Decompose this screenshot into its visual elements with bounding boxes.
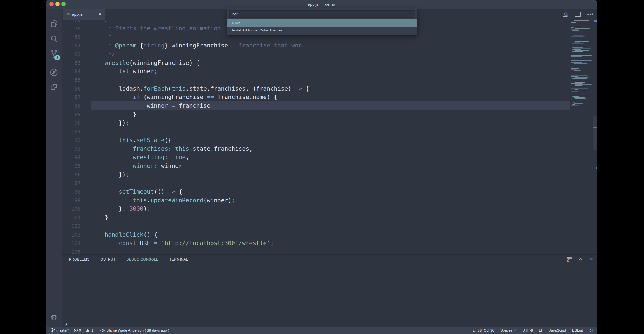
panel-tab-problems[interactable]: PROBLEMS bbox=[69, 257, 89, 261]
warning-count[interactable]: 1 bbox=[86, 328, 94, 332]
minimap[interactable] bbox=[570, 20, 593, 254]
debug-disabled-icon[interactable] bbox=[46, 68, 62, 77]
minimap-line bbox=[571, 83, 583, 84]
tab-appjs[interactable]: JS app.js ✕ bbox=[63, 9, 105, 20]
indent-guide bbox=[91, 248, 91, 254]
more-actions-icon[interactable]: ••• bbox=[587, 11, 594, 17]
code-line[interactable]: 95 winner: winner bbox=[62, 162, 597, 170]
line-number: 82 bbox=[62, 50, 81, 59]
minimap-line bbox=[571, 62, 582, 63]
minimap-line bbox=[572, 26, 578, 26]
code-line[interactable]: 93 franchises: this.state.franchises, bbox=[62, 144, 597, 153]
quick-input-field[interactable]: nor bbox=[229, 10, 415, 18]
code-line[interactable]: 104 const URL = 'http://localhost:3001/w… bbox=[62, 239, 597, 248]
code-line[interactable]: 89 } bbox=[62, 110, 597, 119]
code-line[interactable]: 99 this.updateWinRecord(winner); bbox=[62, 196, 597, 205]
minimap-line bbox=[571, 73, 584, 73]
debug-console-input-divider bbox=[64, 321, 594, 321]
code-line[interactable]: 101 } bbox=[62, 213, 597, 222]
code-text: } bbox=[91, 213, 108, 222]
scrollbar-thumb[interactable] bbox=[593, 116, 597, 150]
open-changes-icon[interactable] bbox=[562, 11, 569, 17]
text-cursor bbox=[238, 12, 239, 16]
minimap-line bbox=[571, 79, 584, 79]
maximize-panel-icon[interactable] bbox=[578, 258, 583, 261]
code-line[interactable]: 88 winner = franchise; bbox=[62, 101, 597, 110]
language-mode[interactable]: JavaScript bbox=[549, 328, 566, 332]
code-line[interactable]: 100 }, 3000); bbox=[62, 204, 597, 213]
code-line[interactable]: 105 bbox=[62, 248, 597, 254]
code-line[interactable]: 91 bbox=[62, 127, 597, 136]
minimap-line bbox=[571, 56, 582, 57]
code-line[interactable]: 92 this.setState({ bbox=[62, 136, 597, 144]
code-text: if (winningFranchise == franchise.name) … bbox=[91, 93, 277, 101]
panel-tab-output[interactable]: OUTPUT bbox=[100, 257, 115, 261]
overview-ruler-modified-marker bbox=[596, 167, 597, 169]
git-branch-status[interactable]: master* bbox=[51, 328, 69, 333]
explorer-icon[interactable] bbox=[46, 20, 62, 29]
minimap-line bbox=[571, 68, 585, 68]
panel-tab-terminal[interactable]: TERMINAL bbox=[169, 257, 188, 261]
code-line[interactable]: 85 bbox=[62, 76, 597, 84]
indentation-setting[interactable]: Spaces: 4 bbox=[500, 328, 517, 332]
code-line[interactable]: 90 }); bbox=[62, 118, 597, 127]
gitlens-blame[interactable]: Blame Wade Anderson ( 38 days ago ) bbox=[100, 328, 169, 332]
code-line[interactable]: 96 }); bbox=[62, 170, 597, 179]
code-line[interactable]: 98 setTimeout(() => { bbox=[62, 187, 597, 196]
code-line[interactable]: 81 * @param {string} winningFranchise - … bbox=[62, 41, 597, 50]
line-number: 91 bbox=[62, 127, 81, 136]
minimap-line bbox=[575, 89, 578, 90]
code-text: this.setState({ bbox=[91, 136, 172, 144]
line-number: 86 bbox=[62, 84, 81, 93]
extensions-icon[interactable] bbox=[46, 83, 62, 92]
indent-guide bbox=[105, 179, 105, 187]
error-count[interactable]: 0 bbox=[74, 328, 81, 332]
quick-input-item[interactable]: Install Additional Color Themes... bbox=[227, 27, 417, 34]
indent-guide bbox=[91, 76, 91, 84]
feedback-smiley-icon[interactable]: ☺ bbox=[589, 328, 594, 333]
minimap-line bbox=[571, 105, 579, 106]
debug-console-prompt[interactable]: ❯ bbox=[65, 322, 67, 326]
code-line[interactable]: 94 wrestling: true, bbox=[62, 153, 597, 162]
code-line[interactable]: 97 bbox=[62, 179, 597, 187]
code-line[interactable]: 102 bbox=[62, 222, 597, 230]
cursor-position[interactable]: Ln 88, Col 36 bbox=[472, 328, 494, 332]
minimap-line bbox=[575, 50, 589, 51]
code-text: }, 3000); bbox=[91, 204, 150, 213]
tab-close-icon[interactable]: ✕ bbox=[98, 12, 102, 16]
minimap-line bbox=[574, 63, 587, 64]
minimap-line bbox=[572, 34, 583, 34]
code-editor[interactable]: 78 /**79 * Starts the wrestling animatio… bbox=[62, 20, 597, 254]
code-text: * @param {string} winningFranchise - fra… bbox=[91, 41, 305, 50]
code-line[interactable]: 87 if (winningFranchise == franchise.nam… bbox=[62, 93, 597, 101]
encoding-setting[interactable]: UTF-8 bbox=[523, 328, 533, 332]
code-text: wrestling: true, bbox=[91, 153, 189, 162]
close-panel-icon[interactable]: ✕ bbox=[590, 257, 593, 262]
code-line[interactable]: 83 wrestle(winningFranchise) { bbox=[62, 59, 597, 67]
editor-scrollbar[interactable] bbox=[593, 20, 597, 254]
eol-setting[interactable]: LF bbox=[539, 328, 543, 332]
search-icon[interactable] bbox=[46, 35, 62, 43]
minimap-line bbox=[571, 72, 588, 72]
minimap-line bbox=[575, 41, 589, 42]
line-number: 79 bbox=[62, 24, 81, 33]
indent-guide bbox=[105, 76, 105, 84]
minimap-line bbox=[575, 77, 588, 78]
code-line[interactable]: 84 let winner; bbox=[62, 67, 597, 76]
minimap-line bbox=[575, 85, 582, 86]
line-number: 93 bbox=[62, 144, 81, 153]
filter-output-icon[interactable] bbox=[567, 257, 572, 261]
settings-gear-icon[interactable]: ⚙ bbox=[46, 313, 62, 322]
split-editor-icon[interactable] bbox=[575, 11, 581, 17]
line-number: 85 bbox=[62, 76, 81, 84]
quick-input-item-selected[interactable]: Nord bbox=[227, 19, 417, 27]
code-line[interactable]: 86 lodash.forEach(this.state.franchises,… bbox=[62, 84, 597, 93]
eslint-status[interactable]: ESLint bbox=[572, 328, 583, 332]
panel-tab-debug-console[interactable]: DEBUG CONSOLE bbox=[126, 257, 159, 261]
code-line[interactable]: 82 */ bbox=[62, 50, 597, 59]
minimap-line bbox=[575, 98, 586, 99]
line-number: 78 bbox=[62, 20, 81, 24]
code-line[interactable]: 103 handleClick() { bbox=[62, 230, 597, 239]
code-text: let winner; bbox=[91, 67, 157, 76]
javascript-file-icon: JS bbox=[66, 12, 70, 16]
